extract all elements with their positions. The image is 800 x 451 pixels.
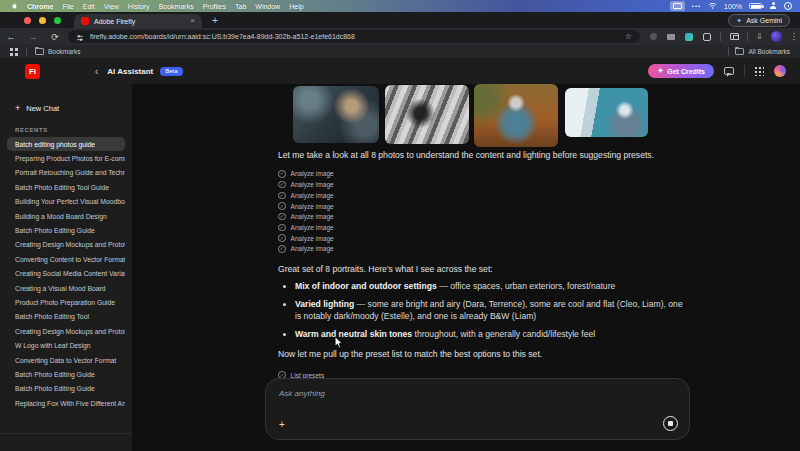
ask-gemini-button[interactable]: ✦ Ask Gemini: [728, 14, 790, 27]
sidebar-item[interactable]: Batch Photo Editing Guide: [7, 367, 125, 381]
chrome-menu-icon[interactable]: ⋮: [790, 32, 798, 41]
menubar-item-file[interactable]: File: [62, 3, 73, 10]
beta-badge: Beta: [160, 67, 182, 76]
downloads-icon[interactable]: ⇩: [756, 32, 763, 41]
tune-icon[interactable]: [76, 28, 84, 46]
forward-button[interactable]: →: [22, 32, 44, 42]
menubar-item-window[interactable]: Window: [255, 3, 280, 10]
analyze-image-tool-call[interactable]: ✓Analyze image: [278, 190, 690, 201]
url-bar[interactable]: firefly.adobe.com/boards/id/urn:aaid:sc:…: [68, 30, 640, 43]
user-avatar[interactable]: [774, 65, 786, 77]
sidebar-item[interactable]: Building Your Perfect Visual Moodboard: [7, 195, 125, 209]
plus-icon: +: [15, 104, 20, 113]
sidebar-item[interactable]: Creating Social Media Content Variations: [7, 267, 125, 281]
sidebar: + New Chat RECENTS Batch editing photos …: [0, 84, 132, 451]
apps-grid-icon[interactable]: [10, 48, 18, 56]
menubar-item-view[interactable]: View: [104, 3, 119, 10]
folder-icon: [35, 48, 44, 55]
menu-extras-icon[interactable]: •••: [692, 3, 701, 9]
sidebar-item[interactable]: Creating a Visual Mood Board: [7, 281, 125, 295]
assistant-message-next: Now let me pull up the preset list to ma…: [278, 349, 690, 361]
sidebar-item[interactable]: Creating Design Mockups and Prototypes: [7, 324, 125, 338]
feedback-icon[interactable]: [724, 67, 734, 75]
menubar-item-edit[interactable]: Edit: [83, 3, 95, 10]
ask-anything-input[interactable]: Ask anything +: [265, 378, 690, 440]
analyze-image-tool-call[interactable]: ✓Analyze image: [278, 222, 690, 233]
photo-thumbnail-3[interactable]: [474, 84, 558, 147]
bookmarks-folder[interactable]: Bookmarks: [35, 48, 81, 55]
wifi-icon[interactable]: [708, 1, 717, 11]
analyze-image-tool-call[interactable]: ✓Analyze image: [278, 201, 690, 212]
back-chevron-icon[interactable]: ‹: [95, 66, 98, 77]
menubar-item-help[interactable]: Help: [289, 3, 303, 10]
analyze-image-tool-call[interactable]: ✓Analyze image: [278, 243, 690, 254]
fast-user-switch-icon[interactable]: [769, 2, 777, 10]
screen-mirroring-icon[interactable]: [670, 1, 685, 11]
sidebar-item[interactable]: Creating Design Mockups and Prototypes: [7, 238, 125, 252]
photo-thumbnail-1[interactable]: [293, 86, 379, 143]
tool-call-label: Analyze image: [291, 213, 334, 220]
app-header: Fi ‹ AI Assistant Beta ✦ Get Credits: [0, 58, 800, 84]
menubar-item-chrome[interactable]: Chrome: [27, 3, 53, 10]
all-bookmarks-button[interactable]: All Bookmarks: [735, 48, 790, 55]
sidebar-item[interactable]: Building a Mood Board Design: [7, 209, 125, 223]
analyze-image-tool-call[interactable]: ✓Analyze image: [278, 211, 690, 222]
sidebar-item[interactable]: Replacing Fox With Five Different Anim..…: [7, 396, 125, 410]
sidebar-item[interactable]: Product Photo Preparation Guide: [7, 295, 125, 309]
menubar-item-tab[interactable]: Tab: [235, 3, 246, 10]
sidebar-item[interactable]: Batch Photo Editing Tool Guide: [7, 180, 125, 194]
reload-button[interactable]: ⟳: [44, 32, 66, 42]
photo-thumbnail-2[interactable]: [385, 85, 469, 144]
sidebar-item[interactable]: Preparing Product Photos for E-comme...: [7, 151, 125, 165]
tool-call-label: Analyze image: [291, 192, 334, 199]
sidebar-item[interactable]: Converting Data to Vector Format: [7, 353, 125, 367]
close-window-button[interactable]: [24, 17, 31, 24]
sidebar-item[interactable]: Batch Photo Editing Guide: [7, 382, 125, 396]
firefly-favicon: [81, 17, 89, 25]
bookmarks-folder-label: Bookmarks: [48, 48, 81, 55]
ask-gemini-label: Ask Gemini: [746, 17, 782, 24]
sidebar-item[interactable]: Portrait Retouching Guide and Techniq...: [7, 166, 125, 180]
menubar-item-history[interactable]: History: [128, 3, 150, 10]
menubar-item-bookmarks[interactable]: Bookmarks: [159, 3, 194, 10]
get-credits-button[interactable]: ✦ Get Credits: [648, 64, 714, 78]
tool-call-label: Analyze image: [291, 235, 334, 242]
apps-waffle-icon[interactable]: [755, 67, 764, 76]
extension-icon-2[interactable]: [666, 32, 676, 42]
sidebar-item[interactable]: Converting Content to Vector Format: [7, 252, 125, 266]
assistant-message-summary: Great set of 8 portraits. Here's what I …: [278, 264, 690, 276]
zoom-window-button[interactable]: [54, 17, 61, 24]
extension-icon-4[interactable]: [702, 32, 712, 42]
sidebar-item[interactable]: Batch editing photos guide: [7, 137, 125, 151]
minimize-window-button[interactable]: [39, 17, 46, 24]
new-tab-button[interactable]: +: [212, 16, 218, 26]
check-circle-icon: ✓: [278, 192, 286, 200]
apple-icon[interactable]: [10, 2, 18, 10]
attach-plus-button[interactable]: +: [279, 420, 285, 430]
check-circle-icon: ✓: [278, 234, 286, 242]
menubar-item-profiles[interactable]: Profiles: [203, 3, 226, 10]
sidebar-item[interactable]: W Logo with Leaf Design: [7, 338, 125, 352]
new-chat-label: New Chat: [26, 104, 59, 113]
bookmark-star-icon[interactable]: ☆: [625, 32, 632, 41]
browser-tab[interactable]: Adobe Firefly ×: [74, 14, 202, 28]
back-button[interactable]: ←: [0, 32, 22, 42]
tab-close-icon[interactable]: ×: [190, 17, 195, 25]
side-panel-icon[interactable]: [729, 32, 739, 42]
extension-icon-3[interactable]: [684, 32, 694, 42]
photo-thumbnail-4[interactable]: [565, 88, 648, 137]
chat-history-list: Batch editing photos guide Preparing Pro…: [7, 137, 125, 410]
analyze-image-tool-call[interactable]: ✓Analyze image: [278, 233, 690, 244]
extension-icon-1[interactable]: [648, 32, 658, 42]
firefly-logo[interactable]: Fi: [25, 64, 40, 79]
sidebar-item[interactable]: Batch Photo Editing Guide: [7, 223, 125, 237]
analyze-image-tool-call[interactable]: ✓Analyze image: [278, 179, 690, 190]
list-item: Varied lighting — some are bright and ai…: [295, 299, 690, 323]
analyze-image-tool-call[interactable]: ✓Analyze image: [278, 169, 690, 180]
battery-icon: [749, 3, 762, 9]
stop-generating-button[interactable]: [663, 416, 678, 431]
new-chat-button[interactable]: + New Chat: [15, 104, 132, 113]
chrome-profile-avatar[interactable]: [771, 31, 782, 42]
sidebar-item[interactable]: Batch Photo Editing Tool: [7, 310, 125, 324]
control-center-icon[interactable]: [784, 2, 792, 10]
